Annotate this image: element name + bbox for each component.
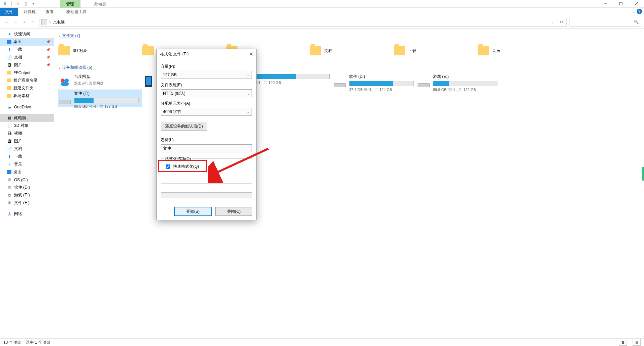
sidebar-downloads2[interactable]: ⬇下载 [0,153,54,160]
sidebar-item-label: 下载 [14,154,22,159]
chevron-down-icon: ⌄ [58,66,61,69]
pin-icon: 📌 [46,55,50,59]
sidebar-network[interactable]: 🖧网络 [0,210,54,218]
sidebar-onedrive[interactable]: ☁OneDrive [0,103,54,111]
chevron-down-icon: ⌄ [247,110,250,114]
nav-recent-dropdown[interactable]: ▾ [20,18,28,26]
sidebar-item-label: OneDrive [14,105,31,109]
context-tab-label: 管理 [66,1,74,7]
sidebar-item-label: 快速访问 [14,31,30,37]
folder-icon [7,79,11,82]
help-button[interactable]: ? [637,9,642,14]
drive-tile-d[interactable]: 软件 (D:)37.4 GB 可用，共 124 GB [333,73,417,90]
select-value: 4096 字节 [163,109,181,115]
refresh-button[interactable]: ⟳ [557,18,567,27]
close-button[interactable]: 关闭(C) [215,207,252,216]
address-crumb-sep: › [49,20,51,24]
sidebar-downloads[interactable]: ⬇下载📌 [0,46,54,53]
sidebar-media-star[interactable]: 媒介宣发名录 [0,77,54,84]
view-tiles-button[interactable]: ▦ [633,339,641,346]
ribbon-tab-computer[interactable]: 计算机 [18,8,41,16]
address-bar[interactable]: › 此电脑 ⌄ [40,18,557,27]
sidebar-item-label: 网络 [14,211,22,217]
sidebar-videos[interactable]: 🎞视频 [0,130,54,137]
qat-checkbox-icon[interactable]: ☑ [16,1,21,6]
drive-tile-f[interactable]: 文件 (F:)86.5 GB 可用，共 127 GB [58,90,142,107]
nav-up-button[interactable]: ↑ [29,18,37,26]
filesystem-select[interactable]: NTFS (默认)⌄ [161,89,252,97]
folder-tile-documents[interactable]: 文档 [310,41,393,60]
ribbon-tabs: 文件 计算机 查看 驱动器工具 ⌄ ? [0,8,644,16]
sidebar-drive-c[interactable]: ⛃OS (C:) [0,176,54,184]
address-dropdown-icon[interactable]: ⌄ [549,20,555,24]
folder-tile-downloads[interactable]: 下载 [393,41,477,60]
ribbon-tab-drive-tools[interactable]: 驱动器工具 [61,8,92,16]
sidebar-ffoutput[interactable]: FFOutput [0,69,54,77]
sidebar-documents[interactable]: 📄文档📌 [0,53,54,61]
group-header-folders[interactable]: ⌄文件夹 (7) [58,33,640,39]
sidebar-documents2[interactable]: 📄文档 [0,145,54,153]
nav-back-button[interactable]: ← [3,18,11,26]
context-tab-thispc[interactable]: 此电脑 [88,0,113,8]
drive-tile-e[interactable]: 游戏 (E:)89.9 GB 可用，共 122 GB [417,73,501,90]
address-crumb[interactable]: 此电脑 [53,19,65,25]
start-button[interactable]: 开始(S) [174,207,211,216]
sidebar-new-folder[interactable]: 新建文件夹 [0,84,54,92]
sidebar-item-label: 软件 (D:) [14,185,30,190]
drive-tile-c[interactable]: B 可用，共 100 GB [249,73,333,90]
sidebar-quick-access[interactable]: ★快速访问 [0,30,54,38]
sidebar-music[interactable]: ♪音乐 [0,160,54,168]
drive-tile-baidu[interactable]: 百度网盘双击运行百度网盘 [58,73,142,90]
folder-icon [142,46,154,55]
chevron-down-icon: ⌄ [58,34,61,38]
downloads-icon: ⬇ [7,47,12,52]
sidebar-pictures2[interactable]: 🖼图片 [0,137,54,145]
drive-icon: ⛃ [7,185,12,190]
usage-bar [433,81,497,86]
maximize-button[interactable] [613,0,629,7]
sidebar-desktop2[interactable]: 桌面 [0,168,54,176]
ribbon-tab-view[interactable]: 查看 [41,8,59,16]
folder-tile-3d[interactable]: 3D 对象 [58,41,142,60]
sidebar-3d-objects[interactable]: ⬚3D 对象 [0,122,54,130]
dialog-close-button[interactable] [248,51,254,57]
folder-icon [478,46,489,55]
star-icon: ★ [7,32,12,37]
allocation-select[interactable]: 4096 字节⌄ [161,108,252,116]
button-label: 开始(S) [186,209,200,214]
dialog-titlebar[interactable]: 格式化 文件 (F:) [157,49,256,59]
pin-icon: 📌 [46,48,50,51]
sidebar-pictures[interactable]: 🖼图片📌 [0,61,54,69]
sidebar-drive-d[interactable]: ⛃软件 (D:) [0,184,54,191]
capacity-label: 容量(P): [161,64,252,69]
cube-icon: ⬚ [7,123,12,129]
drive-subtext: 89.9 GB 可用，共 122 GB [433,87,497,92]
ribbon-collapse-icon[interactable]: ⌄ [633,10,635,13]
restore-defaults-button[interactable]: 还原设备的默认值(D) [161,122,207,131]
search-box[interactable]: 🔍 [570,18,641,27]
close-button[interactable] [629,0,644,7]
view-details-button[interactable]: ☰ [619,339,627,346]
sidebar-item-label: 此电脑 [14,115,26,121]
tile-label: 下载 [408,48,416,54]
minimize-button[interactable] [598,0,613,7]
folder-tile-music[interactable]: 音乐 [477,41,561,60]
group-header-label: 设备和驱动器 (6) [62,65,92,70]
sidebar-this-pc[interactable]: 🖥此电脑 [0,114,54,122]
title-bar: 🖥 ☑ ▯ ▾ 管理 此电脑 [0,0,644,8]
sidebar-desktop[interactable]: 桌面📌 [0,38,54,46]
sidebar-item-label: 音乐 [14,161,22,167]
sidebar-drive-f[interactable]: ⛃文件 (F:) [0,199,54,207]
qat-dropdown-icon[interactable]: ▾ [31,1,36,6]
sidebar-workplace[interactable]: 职场素材 [0,92,54,100]
chevron-down-icon: ⌄ [247,92,250,95]
status-bar: 13 个项目 选中 1 个项目 ☰ ▦ [0,338,644,346]
sidebar-drive-e[interactable]: ⛃游戏 (E:) [0,191,54,199]
volume-label-input[interactable]: 文件 [161,144,252,152]
nav-forward-button[interactable]: → [11,18,19,26]
context-tab-manage[interactable]: 管理 [60,0,80,8]
ribbon-tab-file[interactable]: 文件 [0,8,18,16]
group-header-drives[interactable]: ⌄设备和驱动器 (6) [58,65,640,70]
qat-placeholder-icon[interactable]: ▯ [23,1,29,6]
capacity-select[interactable]: 127 GB⌄ [161,71,252,79]
